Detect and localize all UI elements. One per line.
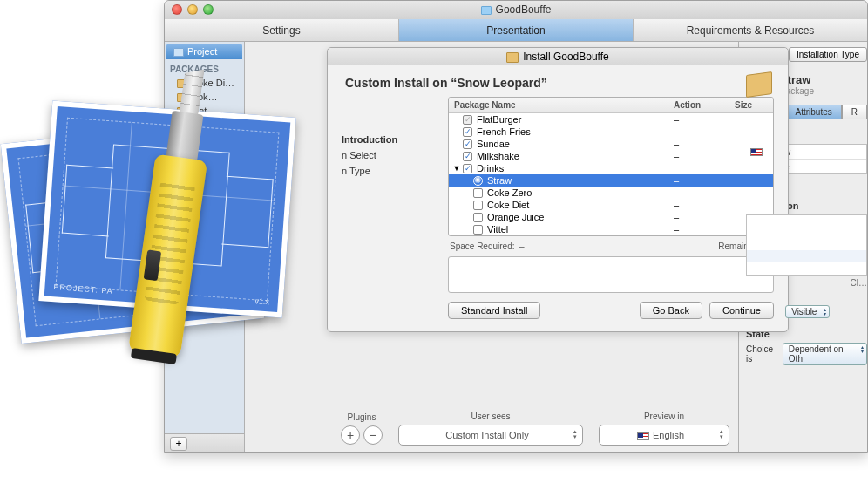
tab-attributes[interactable]: Attributes [786, 105, 842, 119]
installer-content: Introduction n Select n Type Package Nam… [342, 97, 774, 319]
sidebar: Project PACKAGES Coke Di… Cok… Flat… Fre… [165, 42, 245, 452]
package-table: Package Name Action Size FlatBurger–Fren… [448, 97, 774, 236]
close-icon[interactable] [172, 4, 182, 15]
toolbar-tabs: Settings Presentation Requirements & Res… [165, 19, 867, 42]
user-sees-label: User sees [398, 412, 583, 421]
installer-steps: Introduction n Select n Type [342, 97, 437, 319]
table-row[interactable]: Sundae– [449, 138, 773, 150]
installation-type-button[interactable]: Installation Type [789, 47, 867, 62]
table-row[interactable]: Vittel– [449, 223, 773, 235]
plugins-group: Plugins + − [341, 412, 383, 445]
space-row: Space Required: – Remaining: – [448, 236, 774, 256]
state-row: Choice is Dependent on Oth [746, 343, 867, 365]
gear-icon [473, 176, 483, 186]
row-label: Drinks [477, 163, 504, 173]
row-action: – [668, 139, 729, 149]
checkbox[interactable] [463, 152, 472, 161]
zoom-icon[interactable] [203, 4, 214, 15]
checkbox[interactable] [473, 188, 483, 198]
table-row[interactable]: Orange Juice– [449, 211, 773, 223]
preview-select[interactable]: English [599, 425, 729, 446]
visibility-select[interactable]: Visible [785, 305, 830, 318]
selected-item: Straw Package [746, 73, 867, 96]
tab-presentation[interactable]: Presentation [399, 19, 634, 41]
row-label: Coke Zero [487, 187, 532, 198]
table-row[interactable]: Coke Zero– [449, 187, 773, 199]
row-label: Sundae [477, 139, 510, 149]
row-action: – [668, 224, 729, 235]
state-section: State Choice is Dependent on Oth [746, 329, 867, 365]
sidebar-item[interactable]: Coke Di… [165, 76, 244, 90]
checkbox[interactable] [473, 201, 483, 210]
plugins-label: Plugins [341, 412, 383, 422]
plugins-add-button[interactable]: + [341, 425, 360, 445]
sidebar-project-tab[interactable]: Project [166, 44, 242, 59]
center-area: Install GoodBouffe Custom Install on “Sn… [245, 42, 738, 452]
go-back-button[interactable]: Go Back [640, 302, 702, 319]
sidebar-heading: PACKAGES [165, 59, 244, 76]
checkbox[interactable] [463, 139, 472, 149]
state-select[interactable]: Dependent on Oth [783, 343, 867, 365]
table-rows: FlatBurger–French Fries–Sundae–Milkshake… [449, 113, 773, 235]
minimize-icon[interactable] [187, 4, 198, 15]
checkbox[interactable] [473, 225, 483, 235]
col-action: Action [668, 98, 729, 112]
flag-us-icon [637, 432, 649, 440]
titlebar: GoodBouffe [165, 1, 867, 19]
table-row[interactable]: French Fries– [449, 126, 773, 138]
table-row[interactable]: ▼Drinks [449, 162, 773, 174]
checkbox[interactable] [463, 127, 472, 137]
window-title: GoodBouffe [496, 3, 552, 16]
installer-heading: Custom Install on “Snow Leopard” [342, 76, 774, 90]
table-row[interactable]: Milkshake– [449, 150, 773, 162]
row-action: – [668, 200, 729, 210]
row-action: – [668, 212, 729, 222]
traffic-lights [172, 4, 214, 15]
clear-link[interactable]: Cl… [851, 278, 867, 288]
step-introduction: Introduction [342, 132, 437, 147]
checkbox[interactable] [473, 213, 483, 222]
row-action: – [668, 114, 729, 125]
row-action: – [668, 151, 729, 161]
sidebar-item[interactable]: Cok… [165, 90, 244, 104]
sidebar-footer: + [165, 433, 244, 452]
row-action: – [668, 126, 729, 137]
table-row[interactable]: Straw– [449, 174, 773, 187]
notes-textarea[interactable] [448, 256, 774, 293]
row-label: FlatBurger [477, 114, 521, 125]
standard-install-button[interactable]: Standard Install [448, 302, 540, 319]
installer-buttons: Standard Install Go Back Continue [448, 302, 774, 319]
table-row[interactable]: FlatBurger– [449, 113, 773, 126]
row-label: Vittel [487, 224, 508, 235]
table-row[interactable]: Coke Diet– [449, 199, 773, 211]
tab-settings[interactable]: Settings [165, 19, 399, 41]
step-type: n Type [342, 163, 437, 179]
main-window: GoodBouffe Settings Presentation Require… [164, 0, 868, 453]
state-prefix: Choice is [746, 344, 779, 364]
tab-other[interactable]: R [842, 105, 867, 119]
installer-right: Package Name Action Size FlatBurger–Fren… [448, 97, 774, 319]
checkbox[interactable] [463, 164, 472, 173]
user-sees-select[interactable]: Custom Install Only [398, 425, 583, 446]
main-body: Project PACKAGES Coke Di… Cok… Flat… Fre… [165, 42, 867, 452]
row-label: Milkshake [477, 151, 519, 161]
col-size: Size [729, 98, 773, 112]
row-action: – [668, 187, 729, 198]
sidebar-item[interactable]: Fre… [165, 118, 244, 132]
disclosure-icon[interactable]: ▼ [452, 164, 461, 173]
tab-requirements[interactable]: Requirements & Resources [634, 19, 867, 41]
space-required: Space Required: – [450, 242, 525, 251]
description-box[interactable] [746, 214, 867, 276]
preview-group: Preview in English [599, 412, 729, 446]
continue-button[interactable]: Continue [709, 302, 774, 319]
add-button[interactable]: + [170, 437, 187, 451]
installer-body: Custom Install on “Snow Leopard” Introdu… [328, 65, 788, 331]
package-icon [746, 71, 772, 98]
plugins-remove-button[interactable]: − [363, 425, 383, 445]
step-select: n Select [342, 147, 437, 163]
checkbox [463, 115, 472, 125]
installer-title: Install GoodBouffe [328, 48, 788, 65]
sidebar-item[interactable]: Flat… [165, 104, 244, 118]
col-name: Package Name [449, 98, 668, 112]
row-label: Coke Diet [487, 200, 529, 210]
